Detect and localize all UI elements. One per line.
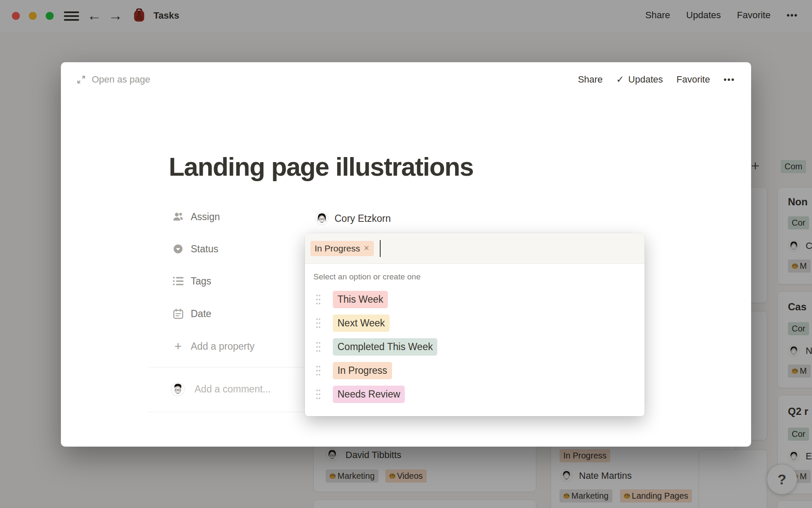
property-label: Tags bbox=[191, 276, 211, 287]
avatar bbox=[315, 212, 329, 225]
status-option-in-progress[interactable]: In Progress bbox=[311, 359, 639, 382]
property-row-tags[interactable]: Tags bbox=[173, 272, 211, 290]
status-option-tag: In Progress bbox=[333, 362, 392, 379]
modal-share-button[interactable]: Share bbox=[578, 74, 603, 85]
drag-handle-icon[interactable] bbox=[314, 294, 322, 305]
expand-diagonal-icon bbox=[76, 75, 86, 85]
property-label: Assign bbox=[191, 211, 220, 223]
add-property-button[interactable]: + Add a property bbox=[173, 337, 255, 356]
modal-more-button[interactable]: ••• bbox=[724, 75, 735, 85]
drag-handle-icon[interactable] bbox=[314, 342, 322, 352]
more-icon: ••• bbox=[724, 75, 735, 84]
status-option-tag: Needs Review bbox=[333, 386, 405, 403]
status-option-tag: Next Week bbox=[333, 315, 390, 332]
page-title[interactable]: Landing page illustrations bbox=[169, 152, 473, 182]
modal-updates-button[interactable]: ✓ Updates bbox=[616, 74, 663, 85]
assignee-name: Cory Etzkorn bbox=[335, 213, 391, 224]
status-tag-input[interactable]: In Progress ✕ bbox=[305, 233, 645, 264]
property-label: Date bbox=[191, 308, 211, 320]
open-as-page-button[interactable]: Open as page bbox=[76, 74, 150, 85]
check-icon: ✓ bbox=[616, 74, 624, 85]
drag-handle-icon[interactable] bbox=[314, 365, 322, 376]
property-row-status[interactable]: Status bbox=[173, 240, 218, 258]
selected-status-label: In Progress bbox=[315, 243, 360, 254]
add-property-label: Add a property bbox=[191, 341, 255, 352]
property-label: Status bbox=[191, 243, 218, 255]
text-caret bbox=[380, 240, 381, 257]
remove-tag-icon[interactable]: ✕ bbox=[363, 244, 369, 253]
dropdown-hint: Select an option or create one bbox=[313, 272, 639, 282]
drag-handle-icon[interactable] bbox=[314, 318, 322, 329]
list-icon bbox=[173, 276, 184, 287]
open-as-page-label: Open as page bbox=[92, 74, 150, 85]
modal-favorite-button[interactable]: Favorite bbox=[677, 74, 710, 85]
calendar-icon bbox=[173, 308, 184, 319]
status-circle-icon bbox=[173, 243, 184, 254]
status-option-this-week[interactable]: This Week bbox=[311, 287, 639, 311]
property-row-assign[interactable]: Assign bbox=[173, 207, 220, 226]
add-comment-placeholder: Add a comment... bbox=[195, 384, 271, 395]
property-row-date[interactable]: Date bbox=[173, 304, 211, 323]
people-icon bbox=[173, 211, 184, 222]
status-option-tag: This Week bbox=[333, 291, 388, 308]
status-option-next-week[interactable]: Next Week bbox=[311, 311, 639, 335]
status-option-completed-this-week[interactable]: Completed This Week bbox=[311, 335, 639, 359]
selected-status-tag[interactable]: In Progress ✕ bbox=[310, 241, 374, 256]
add-comment-input[interactable]: Add a comment... bbox=[171, 382, 271, 396]
drag-handle-icon[interactable] bbox=[314, 389, 322, 400]
status-option-tag: Completed This Week bbox=[333, 338, 437, 356]
status-dropdown: In Progress ✕ Select an option or create… bbox=[305, 233, 645, 416]
plus-icon: + bbox=[173, 341, 184, 352]
assignee-chip[interactable]: Cory Etzkorn bbox=[315, 209, 391, 228]
status-option-needs-review[interactable]: Needs Review bbox=[311, 382, 639, 406]
avatar bbox=[171, 382, 185, 396]
